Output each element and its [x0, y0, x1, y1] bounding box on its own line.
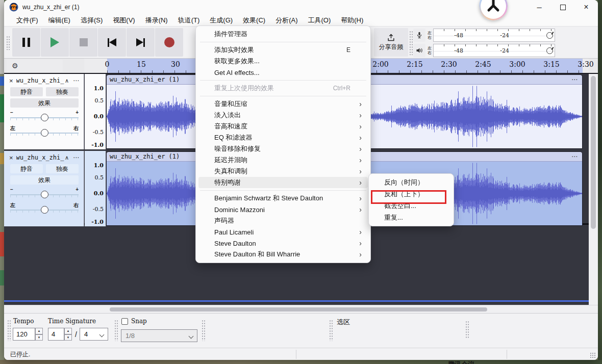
play-button[interactable]: [41, 28, 69, 57]
play-at-speed-grip[interactable]: [465, 321, 469, 339]
selection-toolbar-grip[interactable]: [329, 320, 333, 341]
maximize-button[interactable]: [551, 0, 574, 14]
track-menu-icon[interactable]: ⋯: [73, 77, 80, 84]
solo-button[interactable]: 独奏: [46, 164, 79, 173]
track-title[interactable]: wu_zhu_x_zhi_: [16, 154, 65, 161]
pause-button[interactable]: [12, 28, 40, 57]
resize-grip[interactable]: [590, 352, 596, 358]
solo-button[interactable]: 独奏: [46, 87, 79, 96]
gain-slider[interactable]: − +: [9, 110, 80, 122]
menubar-item[interactable]: 视图(V): [108, 14, 140, 27]
time-toolbar-grip[interactable]: [7, 320, 11, 341]
menu-item[interactable]: 获取更多效果...: [198, 56, 368, 67]
minimize-button[interactable]: ─: [528, 0, 551, 14]
microphone-icon[interactable]: [413, 29, 425, 42]
menu-item[interactable]: 添加实时效果E: [198, 44, 368, 56]
tempo-spinner[interactable]: ▲▼: [35, 328, 43, 341]
pan-slider[interactable]: 左 右: [9, 202, 80, 214]
meter-left-label: 左: [428, 31, 432, 35]
menu-item[interactable]: 音量和压缩›: [198, 98, 368, 110]
collapse-icon[interactable]: ∧: [65, 154, 69, 161]
stop-button[interactable]: [69, 28, 97, 57]
playback-meter[interactable]: 左 右 -48 -24: [413, 43, 555, 58]
effects-button[interactable]: 效果: [10, 175, 79, 185]
menu-item[interactable]: 噪音移除和修复›: [198, 143, 368, 154]
track-close-icon[interactable]: ×: [9, 154, 13, 162]
menu-item[interactable]: Paul Licameli›: [198, 226, 368, 238]
collapse-icon[interactable]: ∧: [65, 77, 69, 84]
clip-menu-icon[interactable]: ⋯: [571, 76, 578, 83]
time-signature-slash: /: [75, 330, 77, 339]
menu-item-label: 获取更多效果...: [214, 57, 260, 66]
time-signature-numerator-input[interactable]: 4: [48, 328, 64, 341]
time-display-grip[interactable]: [202, 320, 205, 341]
meter-bar[interactable]: -48 -24: [433, 44, 555, 57]
snap-toolbar-grip[interactable]: [114, 320, 118, 341]
menubar-item[interactable]: 文件(F): [11, 14, 43, 27]
vertical-scale-ruler[interactable]: 1.00.50.0-0.5-1.0: [85, 151, 106, 226]
menu-item[interactable]: 重复...: [371, 212, 451, 223]
menubar-item[interactable]: 轨道(T): [173, 14, 205, 27]
gear-icon: ⚙: [12, 62, 18, 70]
tempo-input[interactable]: 120: [13, 328, 35, 341]
gain-slider[interactable]: − +: [9, 187, 80, 199]
menubar-item[interactable]: 分析(A): [270, 14, 303, 27]
toolbar-grip[interactable]: [6, 36, 10, 50]
desktop-fragment: [0, 76, 4, 86]
vertical-scrollbar[interactable]: [589, 74, 598, 305]
skip-to-start-button[interactable]: [98, 28, 126, 57]
menu-item[interactable]: 延迟并混响›: [198, 154, 368, 166]
menubar-item[interactable]: 编辑(E): [43, 14, 76, 27]
gain-plus-label: +: [76, 187, 79, 192]
vertical-scrollbar-thumb[interactable]: [591, 76, 596, 229]
pan-slider-thumb[interactable]: [41, 206, 48, 214]
timeline-options-button[interactable]: ⚙: [7, 60, 63, 72]
menubar-item[interactable]: 帮助(H): [336, 14, 368, 27]
track-close-icon[interactable]: ×: [9, 77, 13, 85]
clip-menu-icon[interactable]: ⋯: [571, 153, 578, 160]
record-button[interactable]: [155, 28, 183, 57]
speaker-icon[interactable]: [413, 44, 425, 57]
menu-item[interactable]: 声码器: [198, 215, 368, 226]
gain-slider-thumb[interactable]: [41, 191, 48, 198]
menu-item[interactable]: EQ 和滤波器›: [198, 132, 368, 143]
menu-item[interactable]: Steve Daulton 和 Bill Wharrie›: [198, 249, 368, 260]
recording-meter[interactable]: 左 右 -48 -24: [413, 28, 555, 42]
snap-checkbox[interactable]: [121, 318, 128, 325]
menu-item[interactable]: 特别鸣谢›: [198, 177, 368, 188]
menubar-item[interactable]: 播录(N): [140, 14, 173, 27]
menu-item[interactable]: 音高和速度›: [198, 121, 368, 132]
menubar-item[interactable]: 选择(S): [76, 14, 108, 27]
mute-button[interactable]: 静音: [10, 164, 43, 173]
time-signature-spinner[interactable]: ▲▼: [64, 328, 72, 341]
menu-item[interactable]: 淡入淡出›: [198, 110, 368, 121]
menu-item[interactable]: Benjamin Schwartz 和 Steve Daulton›: [198, 193, 368, 204]
pan-slider[interactable]: 左 右: [9, 125, 80, 137]
meter-grip[interactable]: [409, 31, 413, 55]
meter-bar[interactable]: -48 -24: [433, 29, 555, 42]
menu-item[interactable]: 反向（时间）: [371, 176, 451, 188]
menu-item[interactable]: Steve Daulton›: [198, 238, 368, 249]
menu-item[interactable]: 插件管理器: [198, 29, 368, 40]
vertical-scale-ruler[interactable]: 1.00.50.0-0.5-1.0: [85, 74, 106, 149]
menubar-item[interactable]: 工具(O): [303, 14, 336, 27]
mute-button[interactable]: 静音: [10, 87, 43, 96]
menubar-item[interactable]: 效果(C): [238, 14, 270, 27]
share-audio-button[interactable]: 分享音频: [374, 28, 408, 57]
skip-to-end-button[interactable]: [127, 28, 155, 57]
horizontal-scrollbar[interactable]: [4, 305, 598, 313]
menu-item[interactable]: 失真和调制›: [198, 166, 368, 177]
close-button[interactable]: ×: [574, 0, 598, 14]
gain-slider-thumb[interactable]: [41, 114, 48, 121]
menu-item[interactable]: Dominic Mazzoni›: [198, 204, 368, 215]
horizontal-scrollbar-thumb[interactable]: [110, 307, 487, 311]
pan-slider-thumb[interactable]: [41, 129, 48, 137]
time-signature-denominator-select[interactable]: 4: [80, 328, 108, 341]
track-menu-icon[interactable]: ⋯: [73, 154, 80, 161]
menu-item[interactable]: Get AI effects...: [198, 67, 368, 78]
window-title: wu_zhu_x_zhi_er (1): [22, 4, 79, 11]
effects-button[interactable]: 效果: [10, 98, 79, 108]
track-title[interactable]: wu_zhu_x_zhi_: [16, 77, 65, 84]
menubar-item[interactable]: 生成(G): [205, 14, 238, 27]
snap-interval-select[interactable]: 1/8: [121, 329, 197, 342]
